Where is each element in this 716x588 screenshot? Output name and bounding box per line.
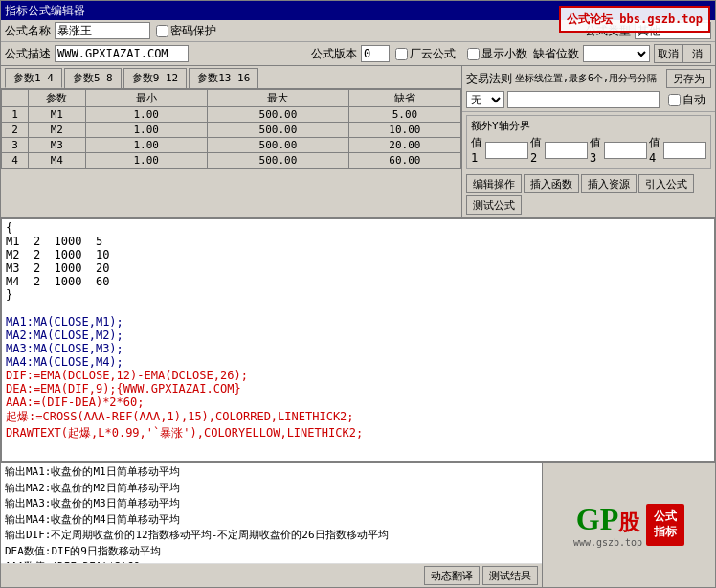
logo-area: GP 股 www.gszb.top 公式 指标: [543, 463, 715, 587]
row-min[interactable]: [85, 107, 207, 123]
row-max[interactable]: [207, 153, 348, 169]
status-area: 输出MA1:收盘价的M1日简单移动平均输出MA2:收盘价的M2日简单移动平均输出…: [1, 463, 542, 563]
row-min[interactable]: [85, 138, 207, 153]
params-table: 参数 最小 最大 缺省 1 M1 2 M2 3 M3 4: [1, 89, 461, 169]
tab-params-13-16[interactable]: 参数13-16: [189, 68, 258, 88]
col-num: [2, 90, 29, 107]
test-result-button[interactable]: 测试结果: [482, 566, 538, 585]
auto-label: 自动: [682, 92, 705, 108]
row-min[interactable]: [85, 123, 207, 138]
logo-url: www.gszb.top: [573, 537, 642, 548]
test-button[interactable]: 测试公式: [466, 195, 522, 215]
abbr-label: 缺省位数: [533, 46, 579, 62]
tab-params-5-8[interactable]: 参数5-8: [64, 68, 122, 88]
auto-checkbox[interactable]: [668, 94, 681, 106]
logo-stock: 股: [618, 509, 639, 537]
desc-input[interactable]: [55, 45, 189, 62]
status-line: 输出MA3:收盘价的M3日简单移动平均: [5, 496, 538, 512]
code-editor[interactable]: { M1 2 1000 5 M2 2 1000 10 M3 2 1000 20 …: [1, 218, 715, 462]
val3-label: 值3: [590, 135, 602, 165]
row-param-name: M2: [28, 123, 85, 138]
import-button[interactable]: 引入公式: [638, 174, 694, 193]
row-default[interactable]: [348, 138, 460, 153]
row-max[interactable]: [207, 107, 348, 123]
version-label: 公式版本: [311, 46, 357, 62]
row-min[interactable]: [85, 153, 207, 169]
status-line: 输出MA2:收盘价的M2日简单移动平均: [5, 481, 538, 497]
abbr-select[interactable]: [583, 45, 650, 62]
action-buttons-area: 编辑操作 插入函数 插入资源 引入公式 测试公式: [462, 171, 715, 217]
row-num: 3: [2, 138, 29, 153]
tab-params-1-4[interactable]: 参数1-4: [5, 68, 62, 88]
show-checkbox-label[interactable]: 显示小数: [467, 46, 527, 62]
direction-select[interactable]: 无: [466, 91, 504, 108]
yaxis-val1[interactable]: [485, 142, 528, 159]
table-row: 2 M2: [2, 123, 461, 138]
coord-input[interactable]: [507, 91, 660, 108]
password-checkbox-label[interactable]: 密码保护: [156, 23, 216, 39]
logo-gp: GP: [576, 502, 618, 537]
edit-button[interactable]: 编辑操作: [466, 174, 522, 193]
row-default[interactable]: [348, 107, 460, 123]
cloud-label: 厂云公式: [410, 46, 456, 62]
insert-res-button[interactable]: 插入资源: [581, 174, 637, 193]
col-param: 参数: [28, 90, 85, 107]
status-line: 输出DIF:不定周期收盘价的12指数移动平均-不定周期收盘价的26日指数移动平均: [5, 528, 538, 544]
name-input[interactable]: [55, 22, 150, 39]
desc-label: 公式描述: [5, 46, 51, 62]
table-row: 1 M1: [2, 107, 461, 123]
table-row: 3 M3: [2, 138, 461, 153]
row-max[interactable]: [207, 123, 348, 138]
status-line: 输出MA1:收盘价的M1日简单移动平均: [5, 464, 538, 481]
dynamic-translate-button[interactable]: 动态翻译: [424, 566, 480, 585]
row-num: 2: [2, 123, 29, 138]
row-num: 1: [2, 107, 29, 123]
insert-func-button[interactable]: 插入函数: [524, 174, 579, 193]
name-label: 公式名称: [5, 23, 51, 39]
status-line: DEA数值:DIF的9日指数移动平均: [5, 544, 538, 560]
row-num: 4: [2, 153, 29, 169]
y-axis-label: 额外Y轴分界: [471, 119, 706, 133]
save-as-button[interactable]: 另存为: [666, 69, 711, 88]
row-param-name: M4: [28, 153, 85, 169]
val4-label: 值4: [649, 135, 661, 165]
val2-label: 值2: [530, 135, 543, 165]
row-param-name: M1: [28, 107, 85, 123]
auto-checkbox-label[interactable]: 自动: [668, 92, 705, 108]
show-label: 显示小数: [481, 46, 527, 62]
cloud-checkbox[interactable]: [395, 48, 408, 60]
formula-badge: 公式 指标: [646, 504, 684, 545]
params-tabs: 参数1-4 参数5-8 参数9-12 参数13-16: [1, 66, 461, 89]
password-checkbox[interactable]: [156, 25, 168, 37]
row-default[interactable]: [348, 123, 460, 138]
title-text: 指标公式编辑器: [5, 3, 85, 19]
password-label: 密码保护: [170, 23, 216, 39]
yaxis-val2[interactable]: [545, 142, 588, 159]
col-max: 最大: [207, 90, 348, 107]
col-min: 最小: [85, 90, 207, 107]
yaxis-val3[interactable]: [604, 142, 647, 159]
yaxis-val4[interactable]: [663, 142, 706, 159]
row-max[interactable]: [207, 138, 348, 153]
cloud-checkbox-label[interactable]: 厂云公式: [395, 46, 456, 62]
ok-button[interactable]: 取消: [654, 44, 682, 63]
status-line: 输出MA4:收盘价的M4日简单移动平均: [5, 512, 538, 529]
col-default: 缺省: [348, 90, 460, 107]
trading-label: 交易法则: [466, 71, 512, 87]
row-default[interactable]: [348, 153, 460, 169]
table-row: 4 M4: [2, 153, 461, 169]
watermark: 公式论坛 bbs.gszb.top: [559, 6, 710, 33]
coord-label: 坐标线位置,最多6个,用分号分隔: [515, 72, 657, 85]
val1-label: 值1: [471, 135, 483, 165]
cancel-button[interactable]: 消: [682, 44, 711, 63]
version-input[interactable]: [361, 45, 390, 62]
tab-params-9-12[interactable]: 参数9-12: [123, 68, 188, 88]
row-param-name: M3: [28, 138, 85, 153]
show-checkbox[interactable]: [467, 48, 480, 60]
